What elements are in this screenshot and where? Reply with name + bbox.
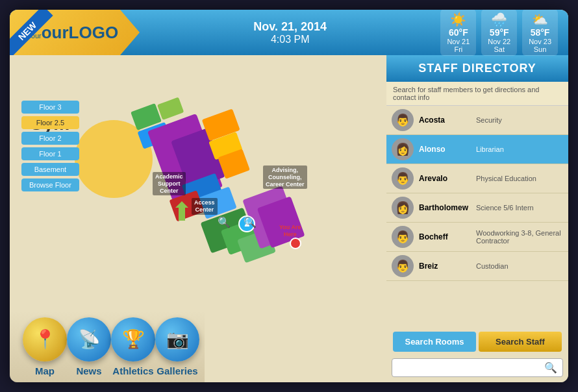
nav-circle-athletics: 🏆 [111, 317, 155, 361]
staff-search-input[interactable] [397, 363, 544, 373]
nav-circle-news: 📡 [67, 317, 111, 361]
header: ourourLOGO Nov. 21, 2014 4:03 PM ☀️ 60°F… [10, 10, 568, 55]
logo-area: ourourLOGO [10, 10, 140, 55]
svg-point-20 [290, 238, 301, 249]
floor-btn-floor-2.5[interactable]: Floor 2.5 [21, 116, 79, 129]
weather-temp-0: 60°F [447, 27, 470, 38]
nav-icon-galleries: 📷 [166, 328, 189, 350]
main-content: Gym Floor 3Floor 2.5Floor 2Floor 1Baseme… [10, 55, 568, 382]
staff-name-4: Bocheff [419, 232, 471, 241]
weather-item-0: ☀️ 60°F Nov 21 Fri [440, 10, 476, 56]
staff-avatar-4: 👨 [392, 226, 414, 248]
staff-row[interactable]: 👨 Bocheff Woodworking 3-8, General Contr… [386, 223, 568, 252]
weather-icon-2: ⛅ [529, 12, 551, 27]
weather-dow-0: Fri [447, 45, 470, 53]
nav-label-athletics: Athletics [112, 365, 153, 376]
weather-day-2: Nov 23 [529, 38, 551, 45]
staff-search-description: Search for staff members to get directio… [386, 82, 568, 106]
staff-panel: STAFF DIRECTORY Search for staff members… [386, 55, 568, 382]
staff-role-0: Security [476, 116, 502, 124]
staff-role-5: Custodian [476, 262, 509, 270]
label-access: AccessCenter [192, 198, 218, 215]
nav-item-galleries[interactable]: 📷 Galleries [155, 317, 199, 376]
staff-avatar-0: 👨 [392, 109, 414, 131]
nav-circle-galleries: 📷 [155, 317, 199, 361]
staff-role-2: Physical Education [476, 175, 536, 182]
staff-role-1: Librarian [476, 145, 504, 153]
weather-item-2: ⛅ 58°F Nov 23 Sun [522, 10, 558, 56]
weather-temp-1: 59°F [488, 27, 510, 38]
staff-row[interactable]: 👩 Bartholomew Science 5/6 Intern [386, 193, 568, 223]
weather-icon-1: 🌧️ [488, 12, 510, 27]
staff-search-box: 🔍 [392, 358, 563, 377]
floor-btn-floor-1[interactable]: Floor 1 [21, 147, 79, 160]
staff-row[interactable]: 👨 Arevalo Physical Education [386, 164, 568, 193]
floor-btn-basement[interactable]: Basement [21, 163, 79, 176]
staff-avatar-1: 👩 [392, 138, 414, 160]
nav-circle-map: 📍 [23, 317, 67, 361]
nav-icon-news: 📡 [78, 328, 101, 350]
header-date: Nov. 21, 2014 [140, 20, 440, 34]
staff-role-4: Woodworking 3-8, General Contractor [476, 229, 563, 245]
weather-day-0: Nov 21 [447, 38, 470, 45]
staff-row[interactable]: 👩 Alonso Librarian [386, 135, 568, 164]
nav-label-galleries: Galleries [157, 365, 197, 376]
label-academic: AcademicSupportCenter [153, 172, 186, 195]
map-area: Gym Floor 3Floor 2.5Floor 2Floor 1Baseme… [10, 55, 386, 382]
floor-btn-browse-floor[interactable]: Browse Floor [21, 178, 79, 191]
staff-directory-title: STAFF DIRECTORY [386, 55, 568, 82]
nav-item-news[interactable]: 📡 News [67, 317, 111, 376]
staff-name-5: Breiz [419, 262, 471, 271]
staff-list: 👨 Acosta Security 👩 Alonso Librarian 👨 A… [386, 106, 568, 325]
search-icon-2[interactable]: 🔍 [244, 216, 257, 228]
staff-row[interactable]: 👨 Acosta Security [386, 106, 568, 135]
svg-rect-2 [157, 97, 184, 120]
staff-avatar-5: 👨 [392, 255, 414, 277]
label-you-are-here: You AreHere [279, 224, 301, 238]
nav-icon-athletics: 🏆 [122, 328, 145, 350]
search-magnifier-icon: 🔍 [544, 361, 557, 374]
bottom-nav: 📍 Map 📡 News 🏆 Athletics 📷 Galleries [10, 311, 205, 382]
floor-btn-floor-2[interactable]: Floor 2 [21, 132, 79, 145]
staff-name-2: Arevalo [419, 174, 471, 183]
header-time: 4:03 PM [140, 34, 440, 45]
staff-name-0: Acosta [419, 116, 471, 125]
search-rooms-button[interactable]: Search Rooms [393, 332, 476, 352]
weather-icon-0: ☀️ [447, 12, 470, 27]
weather-area: ☀️ 60°F Nov 21 Fri🌧️ 59°F Nov 22 Sat⛅ 58… [440, 10, 568, 56]
nav-label-news: News [76, 365, 101, 376]
nav-item-athletics[interactable]: 🏆 Athletics [111, 317, 155, 376]
nav-item-map[interactable]: 📍 Map [23, 317, 67, 376]
weather-item-1: 🌧️ 59°F Nov 22 Sat [481, 10, 517, 56]
weather-dow-1: Sat [488, 45, 510, 53]
staff-role-3: Science 5/6 Intern [476, 204, 534, 212]
building-map: ♟ AcademicSupportCenter AccessCenter Adv… [75, 94, 347, 308]
floor-btn-floor-3[interactable]: Floor 3 [21, 101, 79, 114]
nav-icon-map: 📍 [34, 328, 57, 350]
weather-day-1: Nov 22 [488, 38, 510, 45]
search-staff-button[interactable]: Search Staff [479, 332, 562, 352]
datetime: Nov. 21, 2014 4:03 PM [140, 20, 440, 45]
staff-action-buttons: Search Rooms Search Staff [386, 325, 568, 358]
staff-avatar-2: 👨 [392, 167, 414, 190]
weather-dow-2: Sun [529, 45, 551, 53]
staff-name-3: Bartholomew [419, 203, 471, 212]
weather-temp-2: 58°F [529, 27, 551, 38]
nav-label-map: Map [35, 365, 55, 376]
staff-avatar-3: 👩 [392, 197, 414, 219]
new-ribbon [10, 10, 62, 62]
floor-nav: Floor 3Floor 2.5Floor 2Floor 1BasementBr… [21, 101, 79, 191]
search-icon-1[interactable]: 🔍 [218, 216, 231, 228]
staff-row[interactable]: 👨 Breiz Custodian [386, 252, 568, 281]
staff-name-1: Alonso [419, 145, 471, 154]
label-advising: Advising,Counseling,Career Center [263, 165, 307, 189]
